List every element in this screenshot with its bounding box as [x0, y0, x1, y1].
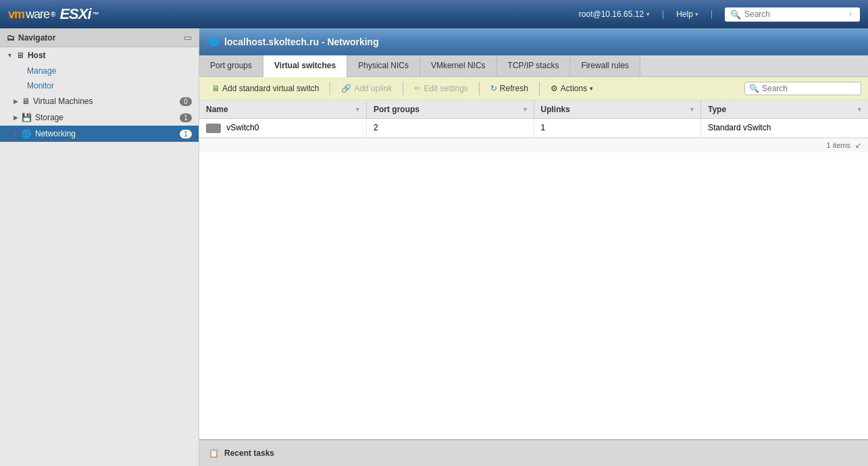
toolbar-search-box[interactable]: 🔍 [744, 82, 861, 95]
col-portgroups-sort-icon: ▾ [524, 106, 527, 113]
add-vswitch-icon: 🖥 [211, 84, 220, 93]
sidebar-header: 🗂 Navigator ▭ [0, 28, 199, 47]
cell-uplinks: 1 [534, 119, 701, 138]
username-label: root@10.16.65.12 [579, 9, 644, 19]
storage-badge: 1 [180, 113, 192, 122]
navigator-icon: 🗂 [7, 33, 15, 43]
table-row[interactable]: vSwitch0 2 1 Standard vSwitch [199, 119, 868, 138]
networking-icon: 🌐 [22, 129, 32, 138]
recent-tasks-icon: 📋 [209, 448, 219, 458]
refresh-icon: ↻ [490, 84, 497, 93]
help-menu[interactable]: Help ▾ [676, 9, 698, 19]
header-sep-1: | [662, 9, 664, 19]
tab-tcp-ip-stacks[interactable]: TCP/IP stacks [497, 55, 571, 76]
tab-physical-nics[interactable]: Physical NICs [347, 55, 420, 76]
edit-settings-icon: ✏ [414, 84, 421, 93]
vmware-logo: vmware® ESXi™ [8, 5, 99, 23]
sidebar-title: 🗂 Navigator [7, 33, 55, 43]
user-dropdown-arrow: ▾ [646, 11, 650, 18]
toolbar-separator-1 [330, 82, 330, 95]
reg-mark: ® [51, 11, 55, 18]
col-header-name[interactable]: Name ▾ [199, 101, 367, 119]
header-search-dropdown: ▾ [849, 11, 852, 18]
cell-type: Standard vSwitch [701, 119, 869, 138]
toolbar-search-icon: 🔍 [749, 84, 759, 93]
user-menu[interactable]: root@10.16.65.12 ▾ [579, 9, 650, 19]
sidebar: 🗂 Navigator ▭ ▼ 🖥 Host Manage Monitor ▶ … [0, 28, 199, 466]
refresh-label: Refresh [500, 84, 528, 93]
networking-badge: 1 [180, 130, 192, 138]
header-search-input[interactable] [744, 9, 846, 19]
sidebar-close-button[interactable]: ▭ [184, 32, 192, 43]
vswitch-name-value: vSwitch0 [226, 123, 259, 132]
edit-settings-label: Edit settings [424, 84, 467, 93]
content-header-title: localhost.skoltech.ru - Networking [224, 36, 379, 47]
vm-badge: 0 [180, 97, 192, 106]
toolbar-separator-4 [539, 82, 540, 95]
add-uplink-icon: 🔗 [341, 84, 351, 93]
col-header-uplinks[interactable]: Uplinks ▾ [534, 101, 701, 119]
edit-settings-button[interactable]: ✏ Edit settings [409, 81, 473, 96]
header: vmware® ESXi™ root@10.16.65.12 ▾ | Help … [0, 0, 868, 28]
toolbar-separator-2 [403, 82, 403, 95]
tm-mark: ™ [93, 11, 99, 18]
add-standard-vswitch-button[interactable]: 🖥 Add standard virtual switch [206, 81, 324, 96]
virtual-switches-table: Name ▾ Port groups ▾ Upl [199, 101, 868, 138]
col-header-port-groups[interactable]: Port groups ▾ [367, 101, 534, 119]
sidebar-item-networking[interactable]: ▶ 🌐 Networking 1 [0, 126, 199, 142]
add-vswitch-label: Add standard virtual switch [222, 84, 319, 93]
networking-header-icon: 🌐 [209, 37, 219, 47]
cell-name: vSwitch0 [199, 119, 367, 138]
vm-text: vm [8, 7, 24, 22]
monitor-label: Monitor [27, 81, 54, 90]
actions-icon: ⚙ [551, 84, 558, 93]
esxi-text: ESXi [59, 5, 91, 23]
networking-label: Networking [35, 129, 76, 138]
header-search-box[interactable]: 🔍 ▾ [725, 7, 860, 22]
tab-vmkernel-nics[interactable]: VMkernel NICs [420, 55, 497, 76]
content-header: 🌐 localhost.skoltech.ru - Networking [199, 28, 868, 55]
add-uplink-button[interactable]: 🔗 Add uplink [336, 81, 397, 96]
sidebar-item-virtual-machines[interactable]: ▶ 🖥 Virtual Machines 0 [0, 93, 199, 109]
help-dropdown-arrow: ▾ [695, 11, 698, 18]
ware-text: ware [26, 7, 49, 22]
storage-label: Storage [35, 113, 63, 122]
sidebar-host-group[interactable]: ▼ 🖥 Host [0, 47, 199, 63]
vm-icon: 🖥 [22, 97, 30, 106]
actions-dropdown-arrow: ▾ [590, 85, 593, 92]
vm-expand-icon: ▶ [14, 98, 18, 105]
actions-label: Actions [561, 84, 587, 93]
vswitch-icon [206, 124, 221, 133]
col-header-type[interactable]: Type ▾ [701, 101, 869, 119]
toolbar-search-input[interactable] [762, 84, 857, 93]
networking-expand-icon: ▶ [14, 130, 18, 137]
storage-expand-icon: ▶ [14, 114, 18, 121]
sidebar-item-storage[interactable]: ▶ 💾 Storage 1 [0, 109, 199, 126]
tab-virtual-switches[interactable]: Virtual switches [263, 55, 347, 77]
sidebar-item-manage[interactable]: Manage [0, 63, 199, 78]
refresh-button[interactable]: ↻ Refresh [485, 81, 534, 96]
storage-icon: 💾 [22, 113, 32, 122]
tabs-bar: Port groups Virtual switches Physical NI… [199, 55, 868, 77]
header-sep-2: | [711, 9, 713, 19]
virtual-switches-table-container: Name ▾ Port groups ▾ Upl [199, 101, 868, 439]
footer: 📋 Recent tasks [199, 439, 868, 466]
help-label: Help [676, 9, 693, 19]
toolbar-separator-3 [479, 82, 480, 95]
sidebar-item-monitor[interactable]: Monitor [0, 78, 199, 93]
row-count-label: 1 items ↙ [199, 138, 868, 153]
col-name-sort-icon: ▾ [356, 106, 359, 113]
host-icon: 🖥 [16, 51, 24, 60]
add-uplink-label: Add uplink [354, 84, 392, 93]
host-expand-arrow: ▼ [7, 52, 13, 59]
tab-firewall-rules[interactable]: Firewall rules [570, 55, 640, 76]
resize-handle[interactable]: ↙ [855, 141, 861, 149]
col-uplinks-sort-icon: ▾ [690, 106, 694, 113]
manage-label: Manage [27, 66, 56, 76]
navigator-label: Navigator [18, 33, 55, 43]
recent-tasks-label[interactable]: Recent tasks [224, 448, 274, 458]
tab-port-groups[interactable]: Port groups [199, 55, 263, 76]
toolbar: 🖥 Add standard virtual switch 🔗 Add upli… [199, 77, 868, 101]
col-type-sort-icon: ▾ [858, 106, 861, 113]
actions-button[interactable]: ⚙ Actions ▾ [545, 81, 598, 96]
